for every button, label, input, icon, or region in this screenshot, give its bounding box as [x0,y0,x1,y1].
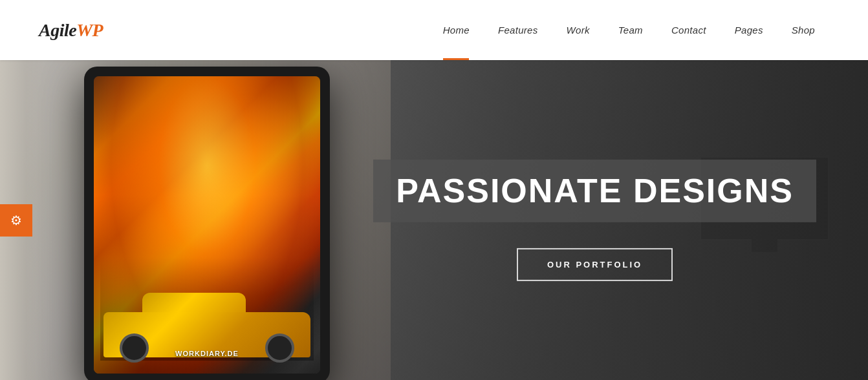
nav-item-home[interactable]: Home [429,0,484,60]
car-wheel-left [120,333,149,363]
settings-button[interactable]: ⚙ [0,204,32,237]
tablet-device: WORKDIARY.DE [84,67,330,380]
logo-agile: Agile [39,20,76,40]
hero-content: PASSIONATE DESIGNS OUR PORTFOLIO [373,159,816,280]
logo[interactable]: AgileWP [39,20,103,41]
nav-item-pages[interactable]: Pages [721,0,777,60]
tablet-screen: WORKDIARY.DE [94,76,320,374]
car-body [103,293,310,357]
hero-headline-box: PASSIONATE DESIGNS [373,159,816,222]
nav-item-work[interactable]: Work [552,0,604,60]
car-silhouette [100,257,314,361]
nav-item-contact[interactable]: Contact [657,0,721,60]
gear-icon: ⚙ [10,213,22,228]
nav-item-features[interactable]: Features [484,0,552,60]
main-nav: Home Features Work Team Contact Pages Sh… [429,0,829,60]
nav-item-team[interactable]: Team [604,0,657,60]
header: AgileWP Home Features Work Team Contact … [0,0,868,60]
tablet-watermark-text: WORKDIARY.DE [175,350,239,357]
nav-item-shop[interactable]: Shop [777,0,829,60]
hero-headline-text: PASSIONATE DESIGNS [396,172,794,209]
logo-wp: WP [76,20,103,40]
car-wheel-right [265,333,294,363]
hero-section: ⚙ WORKDIARY.DE PASSIONATE [0,60,868,380]
tablet-frame: WORKDIARY.DE [84,67,330,380]
portfolio-button[interactable]: OUR PORTFOLIO [517,248,673,281]
